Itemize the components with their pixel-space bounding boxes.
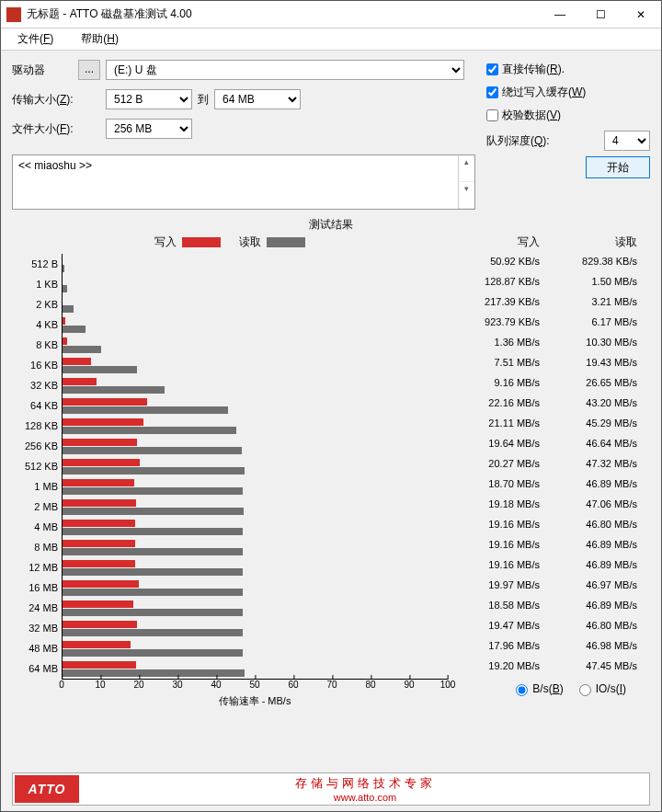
read-bar <box>62 508 244 515</box>
transfer-size-from-select[interactable]: 512 B <box>106 89 192 109</box>
read-bar <box>62 589 243 596</box>
xtick: 20 <box>133 680 143 690</box>
read-bar <box>62 528 243 535</box>
bar-row <box>62 557 448 578</box>
read-swatch <box>267 237 305 247</box>
bypass-cache-checkbox[interactable]: 绕过写入缓存(W) <box>486 85 650 100</box>
footer-slogan: 存储与网络技术专家 <box>81 775 649 792</box>
write-bar <box>62 479 134 486</box>
read-bar <box>62 346 101 353</box>
bar-row <box>62 537 448 557</box>
write-bar <box>62 580 139 588</box>
value-row: 19.16 MB/s46.89 MB/s <box>451 534 637 555</box>
menubar: 文件(F) 帮助(H) <box>1 29 661 51</box>
drive-browse-button[interactable]: ... <box>78 60 100 80</box>
ylabel: 8 MB <box>12 537 62 557</box>
write-bar <box>62 378 97 385</box>
write-bar <box>62 661 136 669</box>
bar-row <box>62 254 448 274</box>
xtick: 80 <box>365 680 375 690</box>
col-read-header: 读取 <box>540 234 637 250</box>
ylabel: 2 MB <box>12 497 62 517</box>
ylabel: 64 MB <box>12 658 62 679</box>
footer: ATTO 存储与网络技术专家 www.atto.com <box>12 772 650 806</box>
write-bar <box>62 418 143 426</box>
ylabel: 512 KB <box>12 456 62 476</box>
bar-row <box>62 497 448 517</box>
bar-row <box>62 395 448 416</box>
ylabel: 4 KB <box>12 315 62 335</box>
read-bar <box>62 326 86 333</box>
bar-row <box>62 517 448 537</box>
ylabel: 1 KB <box>12 274 62 294</box>
ylabel: 64 KB <box>12 395 62 416</box>
bar-row <box>62 638 448 658</box>
transfer-size-label: 传输大小(Z): <box>12 92 78 108</box>
ylabel: 32 KB <box>12 375 62 395</box>
ylabel: 12 MB <box>12 557 62 578</box>
app-icon <box>6 7 21 22</box>
xtick: 40 <box>211 680 221 690</box>
menu-file[interactable]: 文件(F) <box>6 29 64 49</box>
ylabel: 512 B <box>12 254 62 274</box>
description-box[interactable]: << miaoshu >> ▴ ▾ <box>12 154 475 210</box>
value-row: 19.18 MB/s47.06 MB/s <box>451 494 637 514</box>
spin-down-icon[interactable]: ▾ <box>459 182 474 209</box>
value-row: 19.47 MB/s46.80 MB/s <box>451 615 637 635</box>
read-bar <box>62 487 243 495</box>
verify-data-checkbox[interactable]: 校验数据(V) <box>486 108 650 123</box>
transfer-size-to-select[interactable]: 64 MB <box>214 89 301 109</box>
minimize-button[interactable]: — <box>540 1 580 28</box>
write-bar <box>62 459 140 466</box>
value-row: 19.20 MB/s47.45 MB/s <box>451 656 637 676</box>
menu-help[interactable]: 帮助(H) <box>70 29 130 49</box>
value-row: 128.87 KB/s1.50 MB/s <box>451 271 637 292</box>
value-row: 19.16 MB/s46.80 MB/s <box>451 514 637 534</box>
drive-select[interactable]: (E:) U 盘 <box>106 60 464 80</box>
radio-bs[interactable]: B/s(B) <box>511 681 563 696</box>
atto-logo: ATTO <box>13 773 81 805</box>
bar-row <box>62 315 448 335</box>
chart-xaxis: 传输速率 - MB/s 0102030405060708090100 <box>62 679 448 706</box>
direct-io-checkbox[interactable]: 直接传输(R). <box>486 62 650 77</box>
bar-row <box>62 416 448 436</box>
maximize-button[interactable]: ☐ <box>580 1 621 28</box>
radio-ios[interactable]: IO/s(I) <box>575 681 626 696</box>
read-bar <box>62 427 236 434</box>
read-bar <box>62 649 243 657</box>
bar-row <box>62 598 448 618</box>
read-bar <box>62 669 245 677</box>
bar-row <box>62 274 448 294</box>
description-spinner: ▴ ▾ <box>458 155 474 209</box>
col-write-header: 写入 <box>451 234 540 250</box>
ylabel: 32 MB <box>12 618 62 638</box>
read-bar <box>62 467 245 475</box>
xtick: 10 <box>95 680 105 690</box>
close-button[interactable]: ✕ <box>621 1 661 28</box>
xtick: 30 <box>172 680 182 690</box>
titlebar: 无标题 - ATTO 磁盘基准测试 4.00 — ☐ ✕ <box>1 1 661 29</box>
file-size-select[interactable]: 256 MB <box>106 119 192 139</box>
queue-depth-label: 队列深度(Q): <box>486 133 550 149</box>
start-button[interactable]: 开始 <box>586 156 650 178</box>
read-bar <box>62 305 74 313</box>
spin-up-icon[interactable]: ▴ <box>459 155 474 182</box>
value-row: 18.58 MB/s46.89 MB/s <box>451 595 637 615</box>
xaxis-label: 传输速率 - MB/s <box>62 694 448 708</box>
read-bar <box>62 406 228 414</box>
bar-row <box>62 355 448 375</box>
window-title: 无标题 - ATTO 磁盘基准测试 4.00 <box>27 6 540 22</box>
app-window: 无标题 - ATTO 磁盘基准测试 4.00 — ☐ ✕ 文件(F) 帮助(H)… <box>0 0 662 812</box>
read-bar <box>62 548 243 555</box>
value-row: 19.97 MB/s46.97 MB/s <box>451 575 637 595</box>
value-row: 20.27 MB/s47.32 MB/s <box>451 453 637 474</box>
value-row: 50.92 KB/s829.38 KB/s <box>451 251 637 271</box>
write-bar <box>62 358 91 365</box>
read-bar <box>62 447 242 454</box>
write-bar <box>62 560 135 567</box>
bar-row <box>62 476 448 497</box>
value-row: 7.51 MB/s19.43 MB/s <box>451 352 637 372</box>
queue-depth-select[interactable]: 4 <box>604 131 650 151</box>
value-row: 217.39 KB/s3.21 MB/s <box>451 292 637 312</box>
description-text: << miaoshu >> <box>13 155 458 209</box>
